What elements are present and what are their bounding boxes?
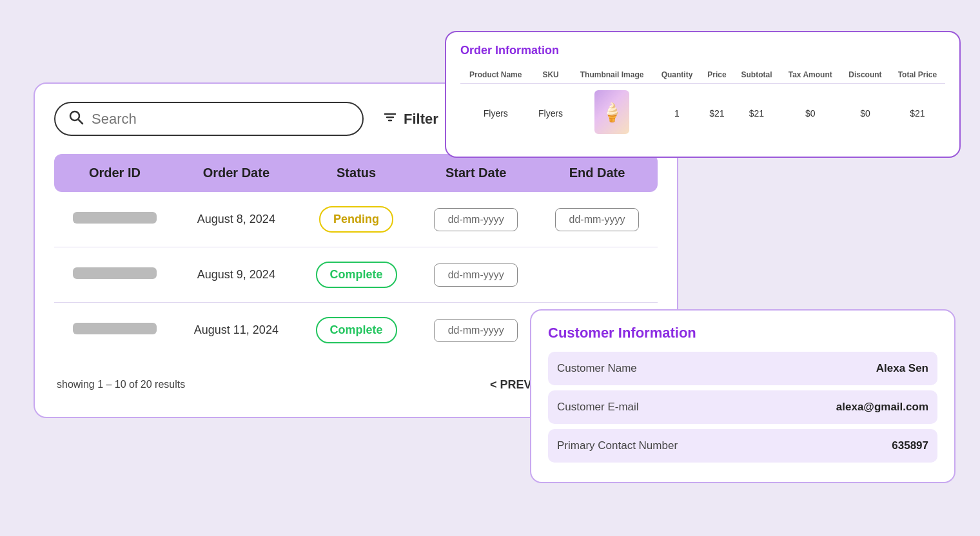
th-status: Status (297, 154, 415, 192)
quantity-cell: 1 (654, 84, 701, 143)
order-id-placeholder (73, 323, 157, 334)
start-date-input[interactable]: dd-mm-yyyy (434, 319, 518, 342)
col-discount: Discount (841, 66, 890, 84)
search-input[interactable] (92, 111, 349, 128)
th-order-date: Order Date (175, 154, 297, 192)
svg-line-1 (79, 120, 83, 124)
col-thumbnail: Thumbnail Image (571, 66, 654, 84)
pagination-info: showing 1 – 10 of 20 results (57, 379, 185, 390)
col-tax: Tax Amount (779, 66, 841, 84)
order-date-cell: August 9, 2024 (175, 247, 297, 303)
status-cell: Complete (297, 247, 415, 303)
start-date-input[interactable]: dd-mm-yyyy (434, 263, 518, 287)
order-info-title: Order Information (460, 44, 945, 57)
th-start-date: Start Date (415, 154, 536, 192)
order-date-cell: August 8, 2024 (175, 192, 297, 247)
product-thumbnail (594, 90, 629, 134)
order-id-cell (54, 303, 175, 358)
col-subtotal: Subtotal (733, 66, 779, 84)
customer-info-panel: Customer Information Customer Name Alexa… (530, 309, 956, 483)
start-date-input[interactable]: dd-mm-yyyy (434, 208, 518, 231)
status-badge: Complete (316, 317, 397, 343)
customer-email-value: alexa@gmail.com (836, 401, 928, 414)
col-product-name: Product Name (460, 66, 531, 84)
tax-cell: $0 (779, 84, 841, 143)
price-cell: $21 (700, 84, 733, 143)
start-date-cell: dd-mm-yyyy (415, 192, 536, 247)
filter-label: Filter (404, 111, 438, 128)
customer-email-label: Customer E-mail (557, 401, 639, 414)
customer-name-row: Customer Name Alexa Sen (548, 352, 937, 385)
order-info-panel: Order Information Product Name SKU Thumb… (445, 31, 961, 158)
end-date-cell: dd-mm-yyyy (536, 192, 658, 247)
subtotal-cell: $21 (733, 84, 779, 143)
filter-button[interactable]: Filter (383, 110, 438, 128)
order-id-cell (54, 247, 175, 303)
start-date-cell: dd-mm-yyyy (415, 247, 536, 303)
col-total: Total Price (890, 66, 945, 84)
customer-name-value: Alexa Sen (876, 362, 928, 375)
table-header-row: Order ID Order Date Status Start Date En… (54, 154, 658, 192)
total-cell: $21 (890, 84, 945, 143)
search-icon (68, 110, 84, 128)
customer-name-label: Customer Name (557, 362, 637, 375)
table-row[interactable]: August 8, 2024 Pending dd-mm-yyyy dd-mm-… (54, 192, 658, 247)
order-info-table: Product Name SKU Thumbnail Image Quantit… (460, 66, 945, 142)
order-date-cell: August 11, 2024 (175, 303, 297, 358)
th-order-id: Order ID (54, 154, 175, 192)
customer-phone-row: Primary Contact Number 635897 (548, 429, 937, 463)
customer-email-row: Customer E-mail alexa@gmail.com (548, 390, 937, 424)
product-name-cell: Flyers (460, 84, 531, 143)
order-id-cell (54, 192, 175, 247)
col-sku: SKU (531, 66, 571, 84)
end-date-cell (536, 247, 658, 303)
status-badge: Complete (316, 262, 397, 288)
col-price: Price (700, 66, 733, 84)
status-badge: Pending (319, 206, 393, 233)
th-end-date: End Date (536, 154, 658, 192)
order-id-placeholder (73, 212, 157, 224)
customer-info-title: Customer Information (548, 325, 937, 341)
start-date-cell: dd-mm-yyyy (415, 303, 536, 358)
order-id-placeholder (73, 267, 157, 279)
thumbnail-cell (571, 84, 654, 143)
table-row[interactable]: August 9, 2024 Complete dd-mm-yyyy (54, 247, 658, 303)
prev-button[interactable]: < PREV (485, 376, 537, 394)
status-cell: Complete (297, 303, 415, 358)
customer-phone-value: 635897 (892, 439, 928, 452)
status-cell: Pending (297, 192, 415, 247)
filter-icon (383, 110, 397, 128)
discount-cell: $0 (841, 84, 890, 143)
col-quantity: Quantity (654, 66, 701, 84)
order-info-row: Flyers Flyers 1 $21 $21 $0 $0 $21 (460, 84, 945, 143)
customer-phone-label: Primary Contact Number (557, 439, 678, 452)
end-date-input[interactable]: dd-mm-yyyy (555, 208, 639, 231)
search-box[interactable] (54, 102, 364, 136)
sku-cell: Flyers (531, 84, 571, 143)
